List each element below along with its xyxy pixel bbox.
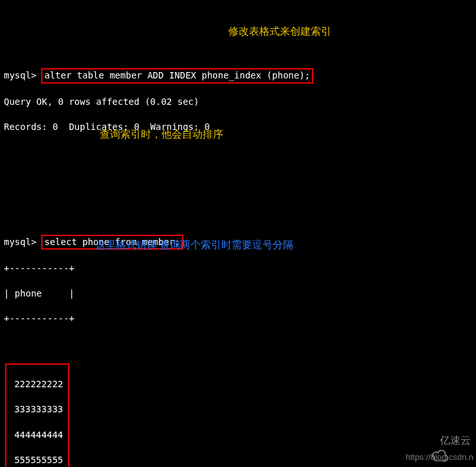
phone-val: 555555555 <box>9 454 66 467</box>
sep: +-----------+ <box>4 262 472 275</box>
prompt: mysql> <box>4 70 37 80</box>
cloud-icon <box>419 435 437 446</box>
annotation-1: 修改表格式来创建索引 <box>228 24 331 39</box>
phone-val: 444444444 <box>9 429 66 442</box>
watermark-yisu: 亿速云 <box>419 434 471 448</box>
terminal-line: mysql> alter table member ADD INDEX phon… <box>4 68 472 84</box>
watermark-csdn: https://blog.csdn.n <box>405 452 473 463</box>
watermark-yisu-text: 亿速云 <box>440 434 471 448</box>
result-line: Records: 0 Duplicates: 0 Warnings: 0 <box>4 121 472 134</box>
highlighted-cmd-1: alter table member ADD INDEX phone_index… <box>41 68 313 84</box>
result-line: Query OK, 0 rows affected (0.02 sec) <box>4 96 472 109</box>
blank-line <box>4 147 472 160</box>
prompt: mysql> <box>4 237 37 247</box>
annotation-2: 查询索引时，他会自动排序 <box>100 127 223 142</box>
annotation-3: 这里格式错误 查询两个索引时需要逗号分隔 <box>95 238 293 252</box>
sep: +-----------+ <box>4 313 472 325</box>
col-header: | phone | <box>4 288 472 300</box>
phone-values-box: 222222222 333333333 444444444 555555555 … <box>4 363 69 467</box>
phone-val: 333333333 <box>9 403 66 416</box>
phone-val: 222222222 <box>9 378 66 391</box>
